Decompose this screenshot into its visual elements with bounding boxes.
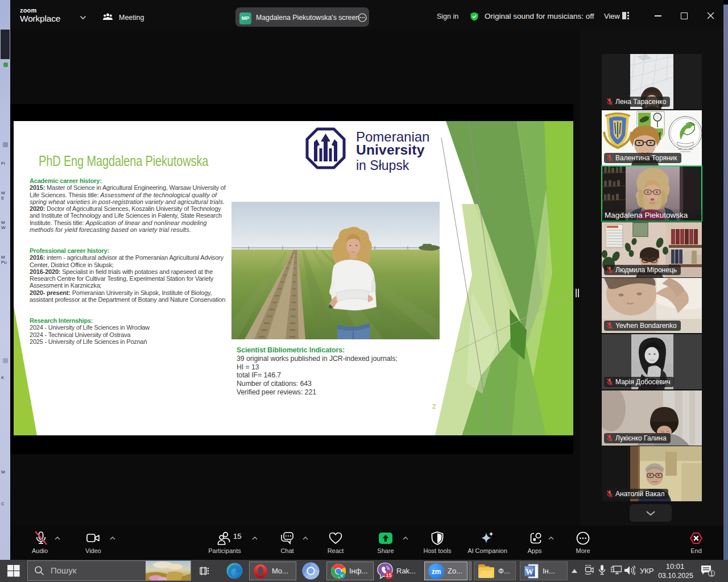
svg-text:W: W — [526, 567, 533, 576]
svg-text:1: 1 — [710, 571, 713, 577]
svg-text:V: V — [340, 573, 344, 578]
svg-text:15: 15 — [386, 572, 392, 578]
svg-text:zm: zm — [432, 567, 441, 575]
